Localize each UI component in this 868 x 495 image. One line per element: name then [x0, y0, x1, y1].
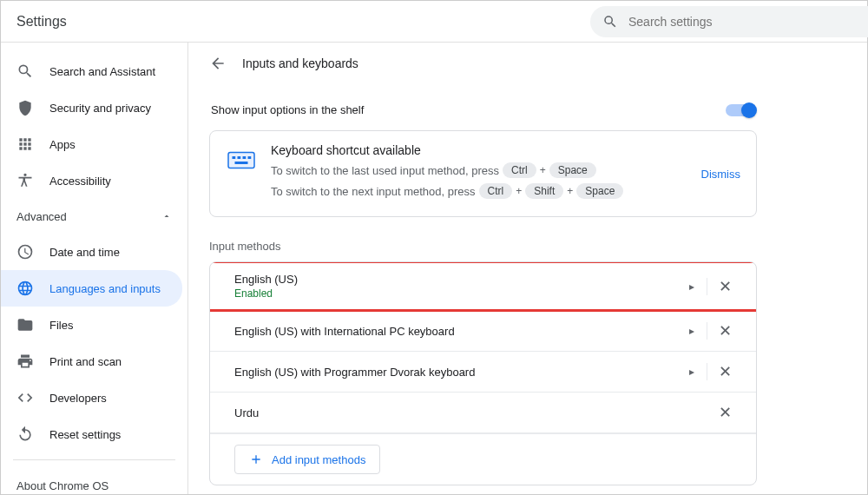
sidebar-item-label: Files — [49, 319, 73, 332]
search-icon — [16, 63, 34, 80]
input-method-name: Urdu — [234, 406, 676, 419]
input-method-row[interactable]: English (US) with International PC keybo… — [210, 311, 756, 352]
input-method-row[interactable]: Urdu ✕ — [210, 393, 756, 433]
app-title: Settings — [16, 14, 67, 30]
input-method-status: Enabled — [234, 287, 676, 300]
page-title: Inputs and keyboards — [242, 56, 358, 70]
sidebar-item-label: Developers — [49, 392, 107, 405]
sidebar-item-security[interactable]: Security and privacy — [1, 89, 187, 126]
accessibility-icon — [16, 172, 34, 189]
svg-rect-0 — [228, 153, 254, 168]
sidebar-about[interactable]: About Chrome OS — [1, 467, 187, 495]
svg-rect-5 — [235, 162, 248, 164]
sidebar-item-label: Print and scan — [49, 355, 122, 368]
key-badge: Ctrl — [503, 162, 536, 178]
printer-icon — [16, 353, 34, 370]
key-badge: Ctrl — [479, 183, 513, 199]
close-icon[interactable]: ✕ — [707, 321, 742, 340]
plus-icon — [249, 452, 263, 466]
main-header: Inputs and keyboards — [209, 55, 757, 72]
sidebar-item-languages-inputs[interactable]: Languages and inputs — [1, 270, 182, 307]
input-method-name: English (US) with International PC keybo… — [234, 325, 676, 338]
svg-rect-1 — [233, 156, 236, 159]
search-input[interactable] — [590, 6, 868, 37]
svg-rect-2 — [238, 156, 241, 159]
sidebar-item-developers[interactable]: Developers — [1, 380, 187, 416]
sidebar-item-date-time[interactable]: Date and time — [1, 234, 187, 270]
caret-right-icon[interactable]: ▸ — [676, 322, 707, 340]
sidebar-advanced-toggle[interactable]: Advanced — [1, 199, 187, 234]
back-arrow-icon[interactable] — [209, 55, 227, 72]
shortcut-line2-text: To switch to the next input method, pres… — [271, 185, 476, 198]
sidebar-item-label: Languages and inputs — [49, 282, 161, 295]
sidebar-item-reset[interactable]: Reset settings — [1, 416, 187, 452]
input-method-name: English (US) — [234, 273, 676, 286]
close-icon[interactable]: ✕ — [707, 403, 742, 422]
key-badge: Space — [549, 162, 596, 178]
caret-right-icon[interactable]: ▸ — [676, 278, 707, 295]
main-panel: Inputs and keyboards Show input options … — [187, 43, 778, 495]
input-methods-card: English (US) Enabled ▸ ✕ English (US) wi… — [209, 261, 757, 485]
search-icon — [602, 14, 618, 30]
sidebar-item-label: Search and Assistant — [49, 65, 155, 78]
reset-icon — [16, 426, 34, 443]
globe-icon — [16, 280, 34, 297]
input-methods-label: Input methods — [209, 240, 757, 253]
dismiss-button[interactable]: Dismiss — [701, 168, 741, 181]
sidebar-item-accessibility[interactable]: Accessibility — [1, 162, 187, 199]
search-wrapper — [590, 6, 868, 37]
apps-icon — [16, 135, 34, 153]
plus-icon: + — [516, 185, 522, 197]
sidebar-item-label: Apps — [49, 138, 76, 151]
keyboard-icon — [226, 143, 257, 175]
folder-icon — [16, 316, 34, 333]
shield-icon — [16, 99, 34, 116]
shelf-toggle[interactable] — [726, 104, 755, 116]
add-input-methods-button[interactable]: Add input methods — [234, 445, 380, 474]
input-method-name: English (US) with Programmer Dvorak keyb… — [234, 366, 676, 379]
plus-icon: + — [540, 164, 546, 176]
shortcut-line1-text: To switch to the last used input method,… — [271, 164, 499, 177]
shortcut-title: Keyboard shortcut available — [271, 143, 687, 157]
plus-icon: + — [567, 185, 573, 197]
add-button-label: Add input methods — [272, 453, 365, 466]
app-header: Settings — [1, 1, 867, 43]
sidebar-divider — [13, 459, 175, 460]
sidebar-item-apps[interactable]: Apps — [1, 126, 187, 162]
sidebar-item-label: Accessibility — [49, 175, 111, 188]
sidebar-item-print-scan[interactable]: Print and scan — [1, 343, 187, 380]
caret-right-icon[interactable]: ▸ — [676, 363, 707, 380]
shortcut-card: Keyboard shortcut available To switch to… — [209, 130, 757, 217]
sidebar-item-search-assistant[interactable]: Search and Assistant — [1, 53, 187, 89]
close-icon[interactable]: ✕ — [707, 277, 742, 296]
advanced-label: Advanced — [16, 210, 67, 223]
sidebar-item-label: Security and privacy — [49, 102, 151, 115]
shelf-option-label: Show input options in the shelf — [211, 103, 364, 116]
sidebar: Search and Assistant Security and privac… — [1, 43, 187, 495]
key-badge: Space — [576, 183, 623, 199]
svg-rect-3 — [243, 156, 247, 159]
close-icon[interactable]: ✕ — [707, 362, 742, 381]
shelf-option-row: Show input options in the shelf — [209, 95, 757, 125]
key-badge: Shift — [525, 183, 563, 199]
input-method-row[interactable]: English (US) with Programmer Dvorak keyb… — [210, 352, 756, 393]
input-method-row[interactable]: English (US) Enabled ▸ ✕ — [210, 262, 756, 311]
sidebar-item-files[interactable]: Files — [1, 307, 187, 343]
sidebar-item-label: Date and time — [49, 246, 120, 259]
sidebar-item-label: Reset settings — [49, 428, 121, 441]
chevron-up-icon — [161, 211, 172, 221]
spell-check-row: Spelling and grammar check Grammar check… — [209, 485, 757, 495]
code-icon — [16, 389, 34, 406]
svg-rect-4 — [248, 156, 252, 159]
clock-icon — [16, 243, 34, 261]
add-input-row: Add input methods — [210, 433, 756, 485]
